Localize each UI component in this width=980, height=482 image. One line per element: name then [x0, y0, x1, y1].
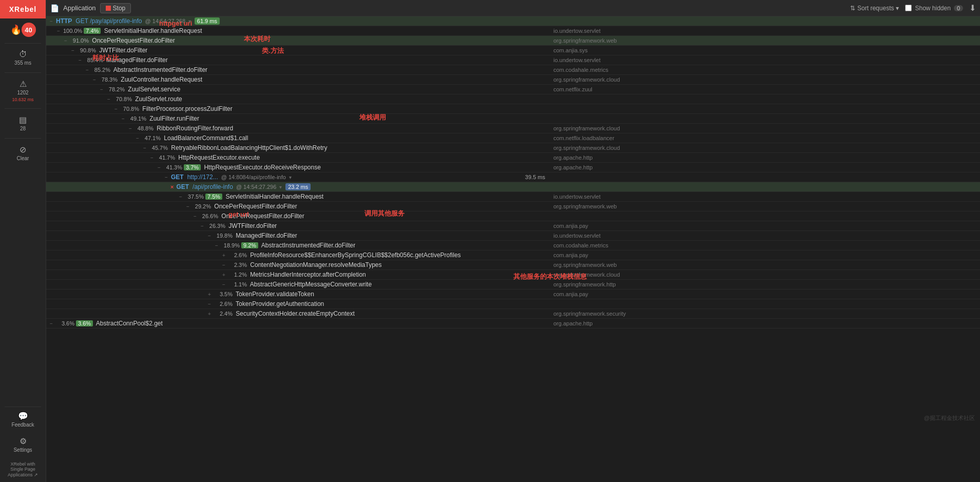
- expand-button[interactable]: +: [221, 253, 227, 258]
- package-name: com.codahale.metrics: [549, 65, 980, 75]
- expand-button[interactable]: +: [206, 292, 213, 297]
- time-right: [508, 75, 549, 85]
- chevron-down-icon[interactable]: ▾: [278, 184, 282, 190]
- tree-cell: −100.0%7.4% ServletInitialHandler.handle…: [46, 26, 508, 36]
- expand-button[interactable]: −: [77, 57, 83, 63]
- package-name: com.anjia.pay: [549, 250, 980, 260]
- expand-button[interactable]: −: [134, 136, 141, 141]
- expand-button[interactable]: −: [84, 67, 90, 73]
- expand-button[interactable]: −: [70, 48, 76, 53]
- expand-button[interactable]: −: [214, 243, 220, 248]
- pct-label: 1.1%: [228, 281, 247, 287]
- expand-button[interactable]: −: [142, 145, 148, 151]
- sidebar-item-errors[interactable]: ⚠ 1202 10.632 ms: [0, 75, 46, 106]
- package-name: org.springframework.web: [549, 260, 980, 270]
- http-method-badge: HTTP: [56, 17, 72, 25]
- close-button[interactable]: ×: [170, 184, 174, 190]
- time-right: [508, 202, 549, 211]
- expand-button[interactable]: −: [48, 321, 54, 326]
- time-right: [508, 94, 549, 104]
- expand-button[interactable]: −: [206, 233, 213, 239]
- method-name: ContentNegotiationManager.resolveMediaTy…: [248, 261, 382, 268]
- badge-button[interactable]: 🔥 40: [0, 18, 46, 41]
- tree-cell: −47.1% LoadBalancerCommand$1.call: [46, 133, 508, 143]
- tree-cell: −2.6% TokenProvider.getAuthentication: [46, 299, 508, 309]
- time-right: [508, 280, 549, 290]
- time-value: 355 ms: [14, 60, 31, 66]
- sidebar-item-settings[interactable]: ⚙ Settings: [0, 432, 46, 457]
- topbar-title: Application: [63, 4, 96, 12]
- package-name: [549, 104, 980, 114]
- expand-button[interactable]: −: [221, 282, 227, 287]
- expand-button[interactable]: −: [156, 165, 162, 170]
- topbar-right: ⇅ Sort requests ▾ Show hidden 0 ⬇: [850, 3, 976, 13]
- download-button[interactable]: ⬇: [969, 3, 976, 13]
- expand-button[interactable]: −: [178, 194, 184, 200]
- pct-label: 2.6%: [214, 301, 233, 307]
- expand-button[interactable]: −: [185, 204, 191, 209]
- time-right: [508, 250, 549, 260]
- http-method-badge: GET: [176, 183, 189, 190]
- pct-label: 41.7%: [157, 155, 175, 161]
- method-name: ManagedFilter.doFilter: [234, 232, 297, 239]
- watermark: @掘工程金技术社区: [924, 414, 975, 422]
- chevron-down-icon[interactable]: ▾: [187, 18, 191, 24]
- package-name: io.undertow.servlet: [549, 192, 980, 202]
- tree-cell: −90.8% JWTFilter.doFilter: [46, 46, 508, 55]
- expand-button[interactable]: −: [113, 106, 119, 112]
- query-count: 28: [20, 126, 26, 132]
- expand-button[interactable]: −: [55, 28, 62, 34]
- chevron-down-icon[interactable]: ▾: [287, 175, 292, 180]
- expand-button[interactable]: −: [127, 126, 133, 131]
- sort-requests-button[interactable]: ⇅ Sort requests ▾: [850, 5, 899, 12]
- pct-self-label: 7.4%: [84, 28, 101, 34]
- show-hidden-checkbox[interactable]: [905, 5, 912, 11]
- sidebar-item-clear[interactable]: ⊘ Clear: [0, 141, 46, 166]
- time-right: [508, 309, 549, 319]
- pct-label: 3.6%: [56, 320, 74, 326]
- expand-button[interactable]: −: [106, 97, 112, 102]
- pct-label: 49.1%: [128, 115, 146, 122]
- package-name: io.undertow.servlet: [549, 26, 980, 36]
- expand-button[interactable]: −: [48, 18, 54, 24]
- sort-icon: ⇅: [850, 5, 855, 12]
- pct-label: 26.3%: [207, 223, 225, 229]
- package-name: org.springframework.security: [549, 309, 980, 319]
- package-name: [549, 182, 980, 192]
- method-name: ServletInitialHandler.handleRequest: [102, 27, 202, 34]
- time-right: [508, 85, 549, 94]
- expand-button[interactable]: −: [99, 87, 105, 92]
- expand-button[interactable]: −: [163, 175, 169, 180]
- expand-button[interactable]: −: [63, 38, 69, 44]
- settings-label: Settings: [13, 447, 32, 453]
- expand-button[interactable]: +: [206, 311, 213, 317]
- expand-button[interactable]: −: [91, 77, 98, 83]
- pct-label: 18.9%: [221, 242, 240, 248]
- method-name: OncePerRequestFilter.doFilter: [213, 203, 297, 210]
- sidebar-bottom: 💬 Feedback ⚙ Settings XRebel withSingle …: [0, 407, 46, 482]
- tree-cell: −91.0% OncePerRequestFilter.doFilter: [46, 36, 508, 46]
- expand-button[interactable]: −: [199, 223, 205, 229]
- sidebar-item-time[interactable]: ⏱ 355 ms: [0, 46, 46, 70]
- expand-button[interactable]: −: [120, 116, 126, 122]
- pct-label: 91.0%: [70, 37, 89, 44]
- sidebar-item-queries[interactable]: ▤ 28: [0, 111, 46, 136]
- package-name: com.netflix.zuul: [549, 85, 980, 94]
- expand-button[interactable]: −: [192, 214, 198, 219]
- expand-button[interactable]: +: [221, 272, 227, 278]
- clear-label: Clear: [17, 156, 29, 162]
- sidebar-item-spa[interactable]: XRebel withSingle PageApplications ↗: [0, 457, 46, 482]
- expand-button[interactable]: −: [206, 301, 213, 307]
- tree-cell: −1.1% AbstractGenericHttpMessageConverte…: [46, 280, 508, 290]
- package-name: org.springframework.cloud: [549, 124, 980, 133]
- method-name: RetryableRibbonLoadBalancingHttpClient$1…: [169, 144, 328, 151]
- sidebar-item-feedback[interactable]: 💬 Feedback: [0, 407, 46, 432]
- expand-button[interactable]: −: [221, 262, 227, 268]
- pct-self-label: 3.6%: [76, 320, 93, 326]
- package-name: [549, 299, 980, 309]
- expand-button[interactable]: −: [149, 155, 155, 161]
- pct-self-label: 7.5%: [205, 194, 222, 200]
- url-note: @ 14:54:27.268: [144, 18, 186, 24]
- stop-button[interactable]: Stop: [100, 3, 131, 13]
- content-area[interactable]: httpget uri 本次耗时 类.方法 耗时占比 堆栈调用 get url …: [46, 16, 980, 482]
